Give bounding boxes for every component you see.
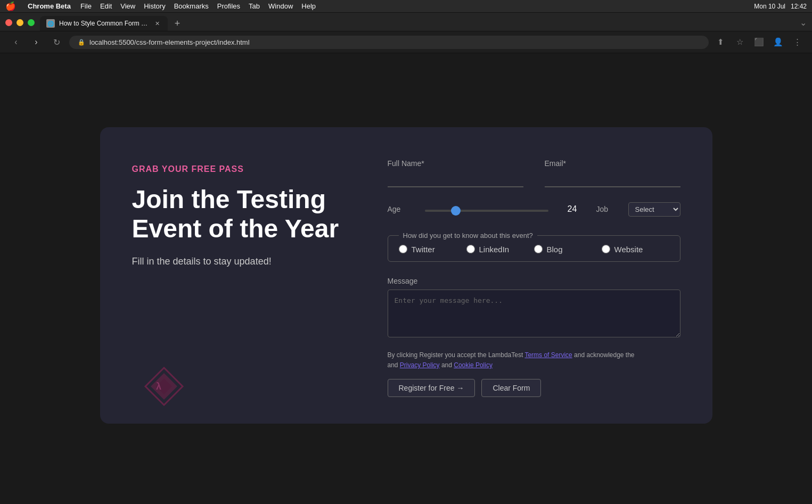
age-slider-wrapper — [425, 204, 548, 214]
full-name-label: Full Name* — [388, 159, 523, 168]
profile-icon[interactable]: 👤 — [772, 36, 784, 48]
traffic-light-green[interactable] — [28, 19, 35, 26]
menu-profiles[interactable]: Profiles — [217, 2, 240, 10]
email-label: Email* — [545, 159, 680, 168]
tab-bar: 🌐 How to Style Common Form E... ✕ + ⌄ — [0, 13, 812, 31]
source-linkedin[interactable]: LinkedIn — [466, 245, 534, 254]
menu-file[interactable]: File — [80, 2, 92, 10]
svg-text:λ: λ — [156, 381, 161, 392]
full-name-input[interactable] — [388, 171, 523, 187]
source-website[interactable]: Website — [602, 245, 669, 254]
menu-tab[interactable]: Tab — [249, 2, 260, 10]
tab-bar-chevron[interactable]: ⌄ — [800, 18, 807, 28]
bookmark-icon[interactable]: ☆ — [733, 36, 746, 48]
source-fieldset-row: How did you get to know about this event… — [388, 232, 680, 262]
cookie-policy-link[interactable]: Cookie Policy — [454, 361, 493, 369]
radio-blog[interactable] — [534, 245, 543, 253]
job-label: Job — [596, 205, 612, 213]
grab-label: GRAB YOUR FREE PASS — [132, 164, 356, 174]
forward-button[interactable]: › — [29, 35, 44, 49]
email-input[interactable] — [545, 171, 680, 187]
address-bar: ‹ › ↻ 🔒 localhost:5500/css-form-elements… — [0, 31, 812, 53]
sidebar-toggle-icon[interactable]: ⬛ — [752, 36, 765, 48]
tab-list: 🌐 How to Style Common Form E... ✕ + — [40, 16, 800, 31]
back-button[interactable]: ‹ — [9, 35, 23, 49]
age-value: 24 — [564, 204, 580, 214]
tab-favicon: 🌐 — [46, 19, 55, 28]
source-radio-group: Twitter LinkedIn Blog Website — [399, 245, 669, 254]
right-panel: Full Name* Email* Age 24 Job Select D — [388, 154, 680, 397]
clear-button[interactable]: Clear Form — [481, 379, 541, 397]
sub-text: Fill in the details to stay updated! — [132, 256, 356, 267]
traffic-light-red[interactable] — [5, 19, 12, 26]
radio-blog-label: Blog — [547, 245, 563, 254]
source-blog[interactable]: Blog — [534, 245, 602, 254]
tab-active[interactable]: 🌐 How to Style Common Form E... ✕ — [40, 16, 168, 31]
radio-linkedin-label: LinkedIn — [479, 245, 510, 254]
age-slider[interactable] — [425, 210, 548, 212]
terms-text: By clicking Register you accept the Lamb… — [388, 350, 680, 370]
main-heading: Join the Testing Event of the Year — [132, 185, 356, 243]
app-name: Chrome Beta — [28, 2, 71, 10]
menu-help[interactable]: Help — [301, 2, 316, 10]
message-label: Message — [388, 277, 680, 285]
apple-icon[interactable]: 🍎 — [5, 1, 16, 11]
address-bar-actions: ⬆ ☆ ⬛ 👤 ⋮ — [714, 36, 803, 48]
menu-bookmarks[interactable]: Bookmarks — [174, 2, 209, 10]
tab-close-button[interactable]: ✕ — [153, 19, 161, 28]
name-email-row: Full Name* Email* — [388, 159, 680, 187]
privacy-policy-link[interactable]: Privacy Policy — [400, 361, 440, 369]
radio-linkedin[interactable] — [466, 245, 475, 253]
menu-history[interactable]: History — [144, 2, 165, 10]
source-legend: How did you get to know about this event… — [399, 232, 537, 239]
menu-window[interactable]: Window — [268, 2, 293, 10]
source-twitter[interactable]: Twitter — [399, 245, 466, 254]
menu-view[interactable]: View — [120, 2, 135, 10]
job-select[interactable]: Select Developer Designer Manager Other — [628, 202, 680, 217]
menu-edit[interactable]: Edit — [100, 2, 112, 10]
full-name-field: Full Name* — [388, 159, 523, 187]
menubar-time: Mon 10 Jul 12:42 — [754, 3, 807, 10]
new-tab-button[interactable]: + — [170, 16, 185, 31]
tab-title: How to Style Common Form E... — [59, 20, 149, 27]
more-icon[interactable]: ⋮ — [791, 36, 803, 48]
traffic-light-yellow[interactable] — [17, 19, 23, 26]
age-label: Age — [388, 205, 409, 213]
browser-chrome: 🌐 How to Style Common Form E... ✕ + ⌄ ‹ … — [0, 13, 812, 53]
menu-items: File Edit View History Bookmarks Profile… — [80, 2, 316, 10]
radio-twitter-label: Twitter — [412, 245, 435, 254]
tab-bar-right: ⌄ — [800, 18, 807, 30]
message-textarea[interactable] — [388, 290, 680, 337]
address-input[interactable]: 🔒 localhost:5500/css-form-elements-proje… — [69, 36, 709, 49]
page-content: GRAB YOUR FREE PASS Join the Testing Eve… — [0, 53, 812, 498]
menubar-right: Mon 10 Jul 12:42 — [754, 3, 807, 10]
message-row: Message — [388, 277, 680, 340]
left-panel: GRAB YOUR FREE PASS Join the Testing Eve… — [132, 154, 356, 267]
button-row: Register for Free → Clear Form — [388, 379, 680, 397]
terms-of-service-link[interactable]: Terms of Service — [524, 351, 572, 359]
url-text: localhost:5500/css-form-elements-project… — [89, 38, 250, 46]
register-button[interactable]: Register for Free → — [388, 379, 475, 397]
source-fieldset: How did you get to know about this event… — [388, 232, 680, 262]
form-card: GRAB YOUR FREE PASS Join the Testing Eve… — [100, 127, 712, 424]
logo-watermark: λ — [143, 365, 191, 413]
radio-website[interactable] — [602, 245, 610, 253]
traffic-lights — [5, 17, 40, 30]
lock-icon: 🔒 — [78, 39, 85, 46]
share-icon[interactable]: ⬆ — [714, 36, 727, 48]
email-field: Email* — [545, 159, 680, 187]
age-job-row: Age 24 Job Select Developer Designer Man… — [388, 202, 680, 217]
radio-website-label: Website — [614, 245, 643, 254]
menubar: 🍎 Chrome Beta File Edit View History Boo… — [0, 0, 812, 13]
reload-button[interactable]: ↻ — [49, 35, 64, 49]
radio-twitter[interactable] — [399, 245, 407, 253]
